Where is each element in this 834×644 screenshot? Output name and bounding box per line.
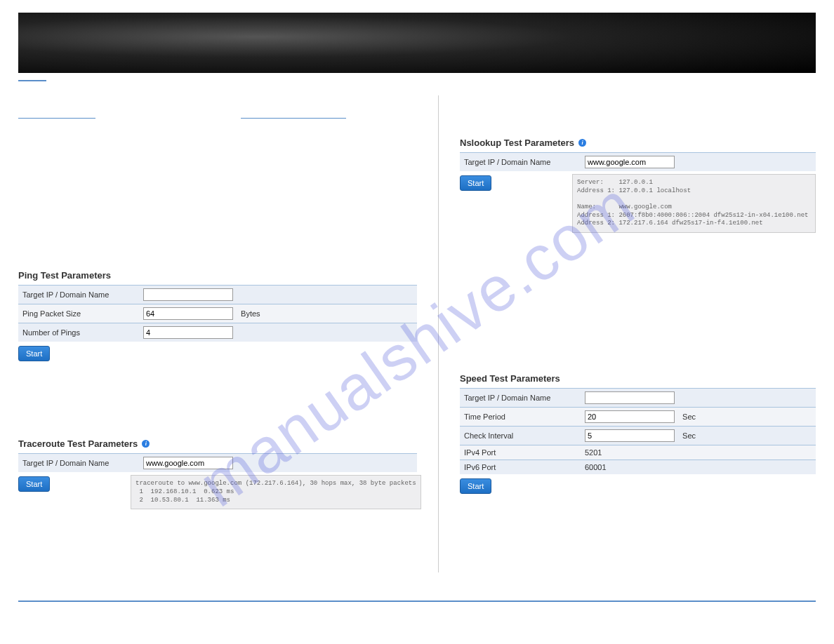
ping-section-title: Ping Test Parameters (18, 270, 417, 281)
ping-title-text: Ping Test Parameters (18, 270, 111, 281)
speed-ipv6-label: IPv6 Port (460, 460, 581, 475)
nslookup-target-input[interactable] (585, 156, 675, 168)
page-banner (18, 13, 816, 73)
speed-time-unit: Sec (682, 412, 696, 421)
traceroute-start-button[interactable]: Start (18, 476, 50, 492)
traceroute-section-title: Traceroute Test Parameters i (18, 438, 417, 449)
ping-size-label: Ping Packet Size (18, 304, 139, 323)
traceroute-title-text: Traceroute Test Parameters (18, 438, 138, 449)
speed-time-input[interactable] (585, 410, 675, 423)
speed-time-label: Time Period (460, 408, 581, 427)
ping-size-input[interactable] (143, 307, 233, 320)
ping-start-button[interactable]: Start (18, 346, 50, 361)
info-icon[interactable]: i (578, 139, 586, 147)
traceroute-target-label: Target IP / Domain Name (18, 454, 139, 473)
traceroute-table: Target IP / Domain Name (18, 453, 417, 472)
nslookup-title-text: Nslookup Test Parameters (460, 137, 574, 148)
nslookup-section-title: Nslookup Test Parameters i (460, 137, 816, 148)
speed-table: Target IP / Domain Name Time Period Sec … (460, 388, 816, 474)
nslookup-table: Target IP / Domain Name (460, 152, 816, 171)
traceroute-output: traceroute to www.google.com (172.217.6.… (131, 475, 421, 509)
nslookup-target-label: Target IP / Domain Name (460, 153, 581, 172)
speed-ipv4-value: 5201 (581, 445, 816, 460)
ping-count-input[interactable] (143, 326, 233, 339)
speed-section-title: Speed Test Parameters (460, 373, 816, 384)
traceroute-target-input[interactable] (143, 457, 233, 469)
ping-target-label: Target IP / Domain Name (18, 286, 139, 304)
tab-indicator (18, 80, 46, 81)
speed-start-button[interactable]: Start (460, 478, 491, 494)
link-placeholder-2[interactable] (241, 116, 346, 119)
intro-text (18, 109, 417, 256)
nslookup-output: Server: 127.0.0.1 Address 1: 127.0.0.1 l… (572, 174, 816, 233)
ping-table: Target IP / Domain Name Ping Packet Size… (18, 285, 417, 342)
speed-interval-label: Check Interval (460, 427, 581, 445)
speed-target-label: Target IP / Domain Name (460, 389, 581, 408)
speed-title-text: Speed Test Parameters (460, 373, 560, 384)
speed-ipv4-label: IPv4 Port (460, 445, 581, 460)
link-placeholder-1[interactable] (18, 116, 95, 119)
ping-size-unit: Bytes (241, 309, 260, 318)
speed-interval-unit: Sec (682, 431, 696, 440)
nslookup-start-button[interactable]: Start (460, 175, 491, 191)
ping-count-label: Number of Pings (18, 323, 139, 342)
speed-target-input[interactable] (585, 391, 675, 404)
info-icon[interactable]: i (142, 440, 150, 448)
ping-target-input[interactable] (143, 288, 233, 301)
speed-ipv6-value: 60001 (581, 460, 816, 475)
speed-interval-input[interactable] (585, 429, 675, 442)
